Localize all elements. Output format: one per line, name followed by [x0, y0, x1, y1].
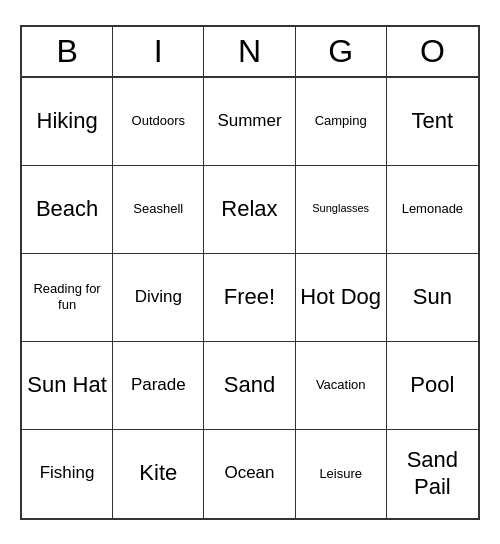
bingo-cell-15: Sun Hat	[22, 342, 113, 430]
bingo-cell-7: Relax	[204, 166, 295, 254]
bingo-cell-10: Reading for fun	[22, 254, 113, 342]
bingo-cell-12: Free!	[204, 254, 295, 342]
bingo-cell-20: Fishing	[22, 430, 113, 518]
bingo-cell-0: Hiking	[22, 78, 113, 166]
bingo-cell-13: Hot Dog	[296, 254, 387, 342]
bingo-cell-14: Sun	[387, 254, 478, 342]
header-letter-b: B	[22, 27, 113, 76]
bingo-cell-3: Camping	[296, 78, 387, 166]
bingo-cell-19: Pool	[387, 342, 478, 430]
bingo-cell-5: Beach	[22, 166, 113, 254]
bingo-cell-1: Outdoors	[113, 78, 204, 166]
header-letter-o: O	[387, 27, 478, 76]
header-letter-i: I	[113, 27, 204, 76]
header-letter-g: G	[296, 27, 387, 76]
bingo-cell-16: Parade	[113, 342, 204, 430]
bingo-cell-6: Seashell	[113, 166, 204, 254]
bingo-cell-21: Kite	[113, 430, 204, 518]
header-letter-n: N	[204, 27, 295, 76]
bingo-grid: HikingOutdoorsSummerCampingTentBeachSeas…	[22, 78, 478, 518]
bingo-cell-9: Lemonade	[387, 166, 478, 254]
bingo-cell-8: Sunglasses	[296, 166, 387, 254]
bingo-card: BINGO HikingOutdoorsSummerCampingTentBea…	[20, 25, 480, 520]
bingo-cell-11: Diving	[113, 254, 204, 342]
bingo-cell-24: Sand Pail	[387, 430, 478, 518]
bingo-cell-23: Leisure	[296, 430, 387, 518]
bingo-header: BINGO	[22, 27, 478, 78]
bingo-cell-22: Ocean	[204, 430, 295, 518]
bingo-cell-2: Summer	[204, 78, 295, 166]
bingo-cell-4: Tent	[387, 78, 478, 166]
bingo-cell-18: Vacation	[296, 342, 387, 430]
bingo-cell-17: Sand	[204, 342, 295, 430]
